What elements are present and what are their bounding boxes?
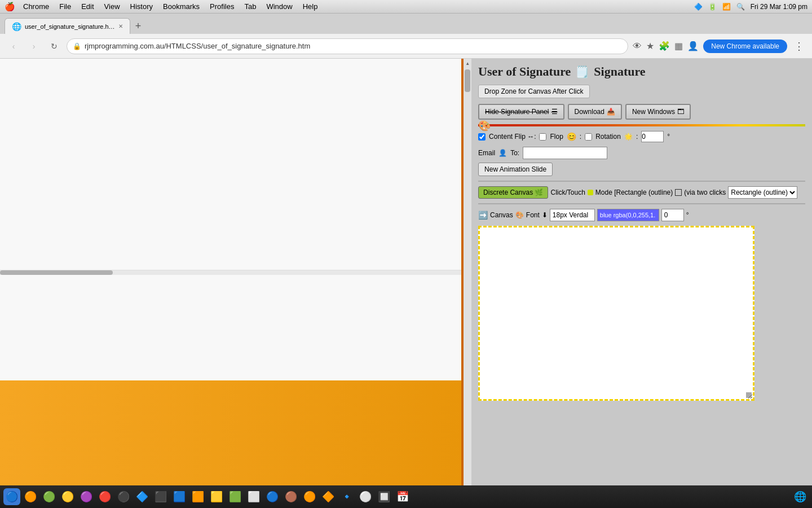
taskbar-icon-9[interactable]: 🟦 (171, 488, 188, 505)
vertical-scrollbar[interactable]: ▲ (464, 59, 471, 485)
more-menu-button[interactable]: ⋮ (792, 38, 806, 55)
menubar: 🍎 Chrome File Edit View History Bookmark… (0, 0, 812, 14)
menu-file[interactable]: File (55, 1, 76, 12)
sidebar-icon[interactable]: ▦ (674, 41, 683, 51)
back-button[interactable]: ‹ (6, 38, 21, 54)
taskbar-icon-5[interactable]: 🔴 (96, 488, 113, 505)
taskbar-icon-8[interactable]: ⬛ (152, 488, 169, 505)
taskbar-icon-20[interactable]: 🔲 (376, 488, 392, 505)
taskbar-icon-10[interactable]: 🟧 (189, 488, 206, 505)
horizontal-scrollbar[interactable] (0, 270, 445, 275)
email-icon: 👤 (498, 149, 507, 157)
menu-chrome[interactable]: Chrome (19, 1, 54, 12)
taskbar-icon-17[interactable]: 🔶 (320, 488, 337, 505)
taskbar-icon-6[interactable]: ⚫ (115, 488, 132, 505)
taskbar-icon-7[interactable]: 🔷 (134, 488, 151, 505)
font-value-input[interactable] (550, 209, 595, 221)
drawing-canvas[interactable] (478, 226, 754, 401)
extension-icon[interactable]: 🧩 (659, 41, 670, 51)
new-animation-button[interactable]: New Animation Slide (478, 163, 553, 176)
menu-view[interactable]: View (100, 1, 125, 12)
email-input[interactable] (523, 147, 607, 159)
taskbar-icon-19[interactable]: ⚪ (357, 488, 374, 505)
menu-tab[interactable]: Tab (240, 1, 261, 12)
reader-mode-icon[interactable]: 👁 (633, 41, 642, 51)
taskbar-icon-13[interactable]: ⬜ (245, 488, 262, 505)
rotation-checkbox[interactable] (585, 133, 592, 141)
mode-label: Mode [Rectangle (outline) (595, 189, 673, 196)
reload-button[interactable]: ↻ (46, 38, 62, 54)
clock: Fri 29 Mar 1:09 pm (751, 3, 807, 11)
address-icons: 👁 ★ 🧩 ▦ 👤 (633, 41, 699, 51)
taskbar-icon-21[interactable]: 📅 (394, 488, 411, 505)
tab-favicon: 🌐 (12, 22, 21, 31)
canvas-resize-handle[interactable] (746, 392, 752, 398)
forward-button[interactable]: › (26, 38, 42, 54)
canvas-rotation-input[interactable] (661, 209, 684, 221)
left-panel (0, 59, 464, 485)
menu-bookmarks[interactable]: Bookmarks (158, 1, 204, 12)
search-icon[interactable]: 🔍 (736, 3, 745, 11)
content-flip-label: Content Flip ↔: (489, 133, 536, 141)
taskbar-icon-2[interactable]: 🟢 (41, 488, 58, 505)
rect-checkbox (675, 189, 682, 196)
taskbar-icon-4[interactable]: 🟣 (78, 488, 95, 505)
taskbar-chrome[interactable]: 🌐 (792, 488, 809, 505)
taskbar-icon-18[interactable]: 🔹 (338, 488, 355, 505)
canvas-font-row: ➡️ Canvas 🎨 Font ⬇ ° (478, 209, 805, 221)
menu-profiles[interactable]: Profiles (205, 1, 239, 12)
flop-label: Flop (550, 133, 563, 141)
content-flip-checkbox[interactable] (478, 133, 486, 141)
scroll-area (0, 270, 461, 275)
scrollbar-thumb[interactable] (0, 270, 113, 275)
color-bar: 🎨 (478, 124, 805, 126)
url-text: rjmprogramming.com.au/HTMLCSS/user_of_si… (85, 42, 310, 50)
click-dot (588, 190, 593, 195)
menu-edit[interactable]: Edit (77, 1, 98, 12)
apple-icon[interactable]: 🍎 (5, 2, 15, 12)
rotation-value-input[interactable] (641, 131, 664, 142)
bookmark-icon[interactable]: ★ (646, 41, 654, 51)
taskbar-icon-3[interactable]: 🟡 (59, 488, 76, 505)
email-row: Email 👤 To: (478, 147, 805, 159)
download-button[interactable]: Download 📥 (568, 104, 622, 120)
click-touch-label: Click/Touch (550, 189, 585, 196)
new-windows-label: New Windows (632, 108, 675, 116)
taskbar-icon-12[interactable]: 🟩 (227, 488, 244, 505)
taskbar-icon-15[interactable]: 🟤 (283, 488, 299, 505)
via-label: (via two clicks (684, 189, 726, 196)
menu-window[interactable]: Window (262, 1, 297, 12)
discrete-canvas-button[interactable]: Discrete Canvas 🌿 (478, 186, 548, 199)
address-box[interactable]: 🔒 rjmprogramming.com.au/HTMLCSS/user_of_… (67, 38, 628, 54)
font-down-icon: ⬇ (542, 211, 548, 219)
taskbar-icon-11[interactable]: 🟨 (208, 488, 225, 505)
menu-help[interactable]: Help (298, 1, 323, 12)
discrete-canvas-label: Discrete Canvas (483, 189, 533, 196)
new-tab-button[interactable]: + (130, 18, 146, 34)
title-icon: 🗒️ (575, 65, 589, 78)
mode-dropdown[interactable]: Rectangle (outline) Rectangle (fill) Cir… (728, 186, 797, 199)
profile-icon[interactable]: 👤 (687, 41, 699, 51)
left-bottom-white (0, 270, 461, 380)
separator2 (478, 203, 805, 204)
new-windows-button[interactable]: New Windows 🗔 (625, 104, 691, 120)
canvas-degree-symbol: ° (686, 211, 689, 219)
hide-panel-button[interactable]: Hide Signature Panel ☰ (478, 104, 564, 120)
active-tab[interactable]: 🌐 user_of_signature_signature.htm ✕ (5, 18, 130, 34)
taskbar-icon-14[interactable]: 🔵 (264, 488, 281, 505)
tab-close-button[interactable]: ✕ (118, 23, 123, 29)
canvas-label: Canvas (490, 211, 513, 219)
wifi-icon: 📶 (722, 3, 731, 11)
vertical-scrollbar-thumb[interactable] (465, 69, 470, 92)
taskbar-icon-16[interactable]: 🟠 (301, 488, 318, 505)
new-chrome-button[interactable]: New Chrome available (703, 40, 787, 53)
taskbar-icon-finder[interactable]: 🔵 (3, 488, 20, 505)
color-value-input[interactable] (597, 209, 659, 221)
flop-checkbox[interactable] (539, 133, 546, 141)
taskbar-icon-1[interactable]: 🟠 (22, 488, 39, 505)
buttons-row: Hide Signature Panel ☰ Download 📥 New Wi… (478, 104, 805, 120)
drop-zone-button[interactable]: Drop Zone for Canvas After Click (478, 85, 589, 98)
arrow-icon: ➡️ (478, 211, 488, 220)
browser-content: ▲ User of Signature 🗒️ Signature Drop Zo… (0, 59, 812, 485)
menu-history[interactable]: History (126, 1, 157, 12)
